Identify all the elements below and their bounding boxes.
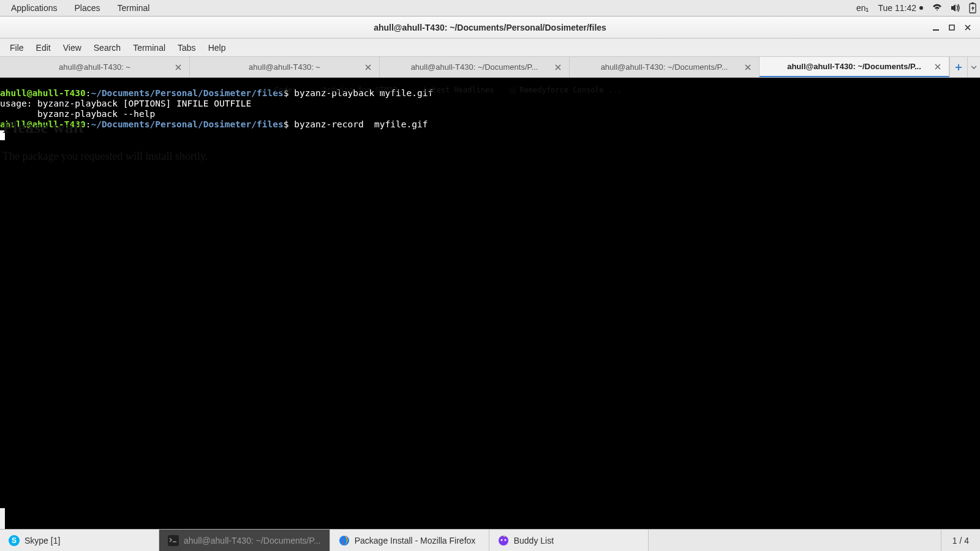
prompt-path: ~/Documents/Personal/Dosimeter/files (91, 119, 283, 129)
svg-text:S: S (12, 536, 17, 545)
terminal-tab[interactable]: ahull@ahull-T430: ~/Documents/P... (570, 57, 760, 77)
firefox-icon (339, 535, 350, 546)
menu-applications[interactable]: Applications (4, 1, 65, 15)
window-minimize-button[interactable] (931, 23, 941, 32)
menu-view[interactable]: View (57, 40, 88, 55)
clock[interactable]: Tue 11:42 (878, 3, 924, 13)
menu-places[interactable]: Places (67, 1, 108, 15)
circle-icon (919, 6, 924, 10)
menu-help[interactable]: Help (202, 40, 232, 55)
svg-rect-3 (933, 29, 939, 31)
tab-label: ahull@ahull-T430: ~ (249, 62, 320, 72)
menu-edit[interactable]: Edit (30, 40, 57, 55)
menu-file[interactable]: File (4, 40, 30, 55)
svg-rect-9 (168, 535, 179, 546)
prompt-path: ~/Documents/Personal/Dosimeter/files (91, 88, 283, 98)
pidgin-icon (498, 535, 509, 546)
top-panel-status: en₁ Tue 11:42 (856, 2, 976, 13)
workspace-indicator[interactable]: 1 / 4 (941, 530, 980, 551)
ghost-bookmark: Coder (263, 85, 296, 96)
tab-overflow-button[interactable] (968, 57, 980, 77)
task-label: ahull@ahull-T430: ~/Documents/P... (184, 536, 321, 545)
svg-point-10 (339, 536, 349, 545)
menu-terminal[interactable]: Terminal (110, 1, 157, 15)
taskbar-item-pidgin[interactable]: Buddy List (489, 530, 649, 551)
window-close-button[interactable] (963, 23, 973, 32)
tab-close-icon[interactable] (364, 64, 372, 71)
svg-point-0 (919, 6, 923, 10)
ghost-subtext: The package you requested will install s… (2, 151, 208, 162)
tab-close-icon[interactable] (934, 63, 941, 70)
tab-label: ahull@ahull-T430: ~/Documents/P... (411, 62, 538, 72)
menu-search[interactable]: Search (88, 40, 127, 55)
terminal-tab-active[interactable]: ahull@ahull-T430: ~/Documents/P... (760, 57, 949, 77)
terminal-tab[interactable]: ahull@ahull-T430: ~ (0, 57, 190, 77)
svg-rect-5 (263, 87, 271, 94)
chevron-down-icon (971, 64, 977, 70)
ghost-bookmark: Latest Headlines (412, 85, 494, 96)
svg-point-11 (499, 536, 508, 545)
clock-text: Tue 11:42 (878, 3, 916, 13)
window-title: ahull@ahull-T430: ~/Documents/Personal/D… (0, 23, 980, 32)
menu-tabs[interactable]: Tabs (172, 40, 202, 55)
gnome-top-panel: Applications Places Terminal en₁ Tue 11:… (0, 0, 980, 17)
terminal-tabbar: ahull@ahull-T430: ~ ahull@ahull-T430: ~ … (0, 57, 980, 78)
svg-rect-4 (949, 25, 954, 30)
taskbar-item-terminal[interactable]: ahull@ahull-T430: ~/Documents/P... (159, 530, 330, 551)
terminal-viewport[interactable]: ahull@ahull-T430:~/Documents/Personal/Do… (0, 78, 980, 529)
terminal-icon (168, 535, 179, 546)
task-label: Skype [1] (24, 536, 60, 545)
task-label: Package Install - Mozilla Firefox (355, 536, 476, 545)
tab-label: ahull@ahull-T430: ~/Documents/P... (601, 62, 728, 72)
tab-close-icon[interactable] (554, 64, 562, 71)
terminal-tab[interactable]: ahull@ahull-T430: ~ (190, 57, 380, 77)
prompt-user: ahull@ahull-T430 (0, 88, 86, 98)
window-maximize-button[interactable] (947, 23, 957, 32)
tab-label: ahull@ahull-T430: ~ (59, 62, 130, 72)
terminal-tab[interactable]: ahull@ahull-T430: ~/Documents/P... (380, 57, 570, 77)
wifi-icon[interactable] (932, 4, 942, 12)
task-label: Buddy List (514, 536, 554, 545)
svg-point-12 (500, 539, 502, 541)
terminal-command: byzanz-record myfile.gif (294, 119, 428, 129)
ghost-bookmarks-row: Coder Arduino for STM32 Latest Headlines… (263, 85, 622, 96)
volume-icon[interactable] (951, 4, 960, 12)
tab-label: ahull@ahull-T430: ~/Documents/P... (787, 62, 921, 71)
tab-close-icon[interactable] (175, 64, 182, 71)
new-tab-button[interactable] (949, 57, 968, 77)
terminal-output: usage: byzanz-playback [OPTIONS] INFILE … (0, 99, 251, 108)
ghost-bookmark: Arduino for STM32 (311, 85, 398, 96)
svg-rect-2 (971, 2, 974, 4)
battery-icon[interactable] (969, 2, 976, 13)
prompt-end: $ (284, 119, 294, 129)
svg-point-13 (504, 539, 506, 541)
top-panel-menus: Applications Places Terminal (4, 1, 157, 15)
left-edge-artifact (0, 508, 5, 529)
window-controls (931, 23, 980, 32)
taskbar-item-firefox[interactable]: Package Install - Mozilla Firefox (330, 530, 489, 551)
keyboard-indicator[interactable]: en₁ (856, 3, 870, 13)
skype-icon: S (9, 535, 20, 546)
window-titlebar: ahull@ahull-T430: ~/Documents/Personal/D… (0, 17, 980, 39)
ghost-heading: Please wait (2, 122, 84, 132)
ghost-bookmark: Remedyforce Console ... (509, 85, 622, 96)
taskbar-item-skype[interactable]: S Skype [1] (0, 530, 159, 551)
terminal-menubar: File Edit View Search Terminal Tabs Help (0, 39, 980, 57)
svg-rect-6 (509, 87, 516, 94)
tab-close-icon[interactable] (744, 64, 752, 71)
menu-terminal[interactable]: Terminal (127, 40, 172, 55)
bottom-taskbar: S Skype [1] ahull@ahull-T430: ~/Document… (0, 529, 980, 551)
